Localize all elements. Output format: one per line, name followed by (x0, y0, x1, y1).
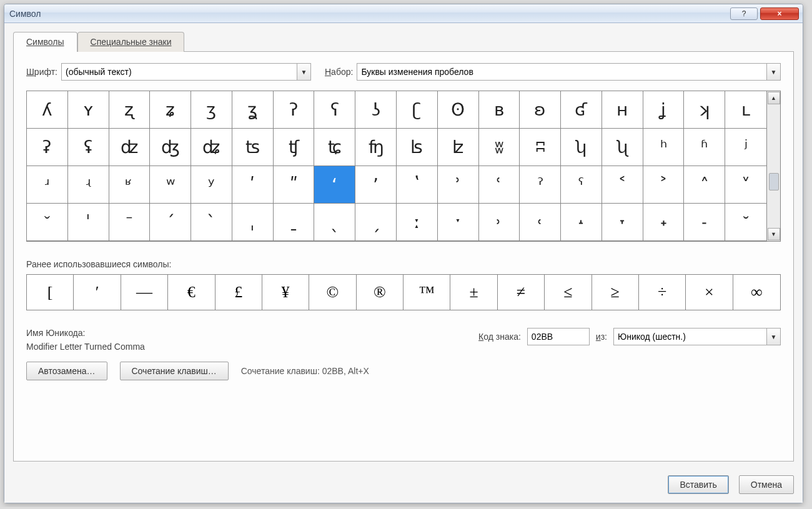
tab-special-chars[interactable]: Специальные знаки (77, 32, 185, 52)
insert-button[interactable]: Вставить (668, 475, 728, 494)
symbol-cell[interactable]: ˋ (191, 204, 232, 241)
symbol-cell[interactable]: ˑ (438, 204, 479, 241)
recent-symbol-cell[interactable]: ÷ (639, 275, 686, 310)
cancel-button[interactable]: Отмена (739, 475, 794, 494)
recent-symbol-cell[interactable]: ® (357, 275, 404, 310)
recent-symbol-cell[interactable]: — (121, 275, 168, 310)
font-combo[interactable]: ▼ (61, 63, 311, 81)
font-input[interactable] (62, 64, 297, 79)
symbol-cell[interactable]: ˂ (602, 166, 643, 204)
symbol-cell[interactable]: ˘ (725, 204, 766, 241)
symbol-cell[interactable]: ː (397, 204, 438, 241)
symbol-cell[interactable]: ʩ (355, 129, 397, 166)
symbol-cell[interactable]: ʜ (602, 91, 643, 129)
chevron-down-icon[interactable]: ▼ (766, 329, 780, 345)
symbol-cell[interactable]: ʔ (274, 91, 315, 129)
symbol-cell[interactable]: ˁ (561, 166, 602, 204)
symbol-cell[interactable]: ʻ (314, 166, 355, 204)
recent-symbol-cell[interactable]: ≤ (545, 275, 592, 310)
symbol-cell[interactable]: ʙ (479, 91, 520, 129)
recent-symbol-cell[interactable]: ≠ (498, 275, 545, 310)
symbol-cell[interactable]: ˓ (520, 204, 561, 241)
recent-symbol-cell[interactable]: ± (450, 275, 497, 310)
symbol-cell[interactable]: ˉ (109, 204, 151, 241)
symbol-cell[interactable]: ʟ (725, 91, 766, 129)
symbol-cell[interactable]: ʾ (438, 166, 479, 204)
symbol-cell[interactable]: ʦ (232, 129, 274, 166)
symbol-cell[interactable]: ʤ (150, 129, 191, 166)
symbol-cell[interactable]: ʫ (438, 129, 479, 166)
shortcut-key-button[interactable]: Сочетание клавиш… (120, 362, 229, 380)
symbol-cell[interactable]: ʰ (643, 129, 685, 166)
recent-symbol-cell[interactable]: © (309, 275, 356, 310)
recent-symbols-grid[interactable]: [′—€£¥©®™±≠≤≥÷×∞ (26, 274, 781, 310)
chevron-down-icon[interactable]: ▼ (297, 64, 310, 80)
symbol-cell[interactable]: ʢ (68, 129, 109, 166)
autocorrect-button[interactable]: Автозамена… (26, 362, 107, 380)
symbol-cell[interactable]: ˗ (684, 204, 725, 241)
symbol-cell[interactable]: ˍ (274, 204, 315, 241)
symbol-cell[interactable]: ʷ (150, 166, 191, 204)
symbol-cell[interactable]: ʥ (191, 129, 232, 166)
symbol-cell[interactable]: ʪ (397, 129, 438, 166)
symbol-cell[interactable]: ˔ (561, 204, 602, 241)
symbol-cell[interactable]: ʵ (68, 166, 109, 204)
symbol-cell[interactable]: ʯ (602, 129, 643, 166)
symbol-cell[interactable]: ʧ (274, 129, 315, 166)
symbol-cell[interactable]: ʴ (27, 166, 68, 204)
symbol-cell[interactable]: ˀ (520, 166, 561, 204)
symbol-grid[interactable]: ʎʏʐʑʒʓʔʕʖʗʘʙʚʛʜʝʞʟʡʢʣʤʥʦʧʨʩʪʫʬʭʮʯʰʱʲʴʵʶʷ… (27, 91, 766, 241)
recent-symbol-cell[interactable]: € (168, 275, 215, 310)
symbol-cell[interactable]: ʘ (438, 91, 479, 129)
recent-symbol-cell[interactable]: £ (215, 275, 262, 310)
symbol-cell[interactable]: ˌ (232, 204, 274, 241)
symbol-cell[interactable]: ʡ (27, 129, 68, 166)
symbol-cell[interactable]: ʗ (397, 91, 438, 129)
symbol-cell[interactable]: ʲ (725, 129, 766, 166)
symbol-cell[interactable]: ʽ (397, 166, 438, 204)
symbol-cell[interactable]: ʞ (684, 91, 725, 129)
symbol-cell[interactable]: ˕ (602, 204, 643, 241)
symbol-cell[interactable]: ʑ (150, 91, 191, 129)
symbol-cell[interactable]: ʖ (355, 91, 397, 129)
symbol-cell[interactable]: ˖ (643, 204, 685, 241)
symbol-cell[interactable]: ʬ (479, 129, 520, 166)
close-button[interactable]: × (760, 7, 799, 20)
symbol-cell[interactable]: ʏ (68, 91, 109, 129)
symbol-cell[interactable]: ˃ (643, 166, 685, 204)
recent-symbol-cell[interactable]: ≥ (592, 275, 639, 310)
from-combo[interactable]: ▼ (613, 328, 781, 345)
symbol-cell[interactable]: ʭ (520, 129, 561, 166)
symbol-cell[interactable]: ʱ (684, 129, 725, 166)
symbol-cell[interactable]: ʺ (274, 166, 315, 204)
symbol-cell[interactable]: ʎ (27, 91, 68, 129)
recent-symbol-cell[interactable]: ¥ (262, 275, 309, 310)
scroll-thumb[interactable] (769, 173, 779, 190)
subset-combo[interactable]: ▼ (357, 63, 781, 81)
subset-input[interactable] (357, 64, 766, 79)
recent-symbol-cell[interactable]: [ (27, 275, 74, 310)
symbol-cell[interactable]: ʕ (314, 91, 355, 129)
symbol-cell[interactable]: ˎ (314, 204, 355, 241)
recent-symbol-cell[interactable]: × (686, 275, 733, 310)
symbol-cell[interactable]: ˒ (479, 204, 520, 241)
recent-symbol-cell[interactable]: ∞ (733, 275, 780, 310)
symbol-cell[interactable]: ʮ (561, 129, 602, 166)
recent-symbol-cell[interactable]: ™ (404, 275, 450, 310)
symbol-cell[interactable]: ʣ (109, 129, 151, 166)
help-button[interactable]: ? (730, 7, 758, 20)
from-input[interactable] (614, 329, 766, 344)
recent-symbol-cell[interactable]: ′ (74, 275, 121, 310)
code-input-wrap[interactable] (527, 328, 590, 345)
scroll-up-button[interactable]: ▲ (768, 92, 780, 104)
symbol-cell[interactable]: ʛ (561, 91, 602, 129)
symbol-cell[interactable]: ʿ (479, 166, 520, 204)
symbol-cell[interactable]: ʶ (109, 166, 151, 204)
symbol-cell[interactable]: ˄ (684, 166, 725, 204)
symbol-cell[interactable]: ʹ (232, 166, 274, 204)
symbol-cell[interactable]: ˅ (725, 166, 766, 204)
symbol-cell[interactable]: ʒ (191, 91, 232, 129)
symbol-cell[interactable]: ʓ (232, 91, 274, 129)
symbol-cell[interactable]: ʼ (355, 166, 397, 204)
scrollbar[interactable]: ▲ ▼ (766, 91, 780, 241)
